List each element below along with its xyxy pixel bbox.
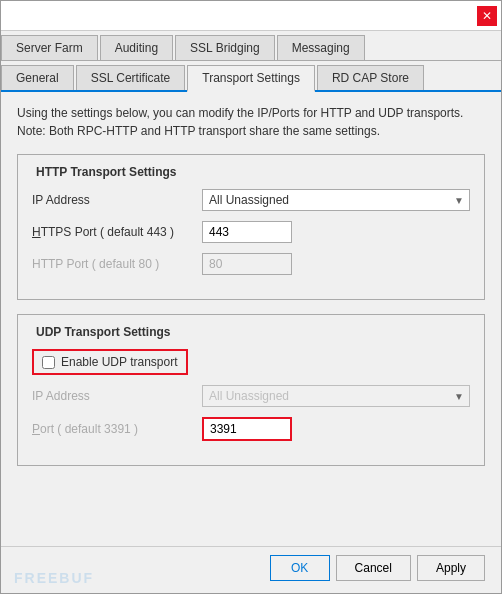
udp-ip-control: All Unassigned ▼: [202, 385, 470, 407]
https-port-control: [202, 221, 470, 243]
content-area: Using the settings below, you can modify…: [1, 92, 501, 546]
http-ip-row: IP Address All Unassigned ▼: [32, 189, 470, 211]
description-text: Using the settings below, you can modify…: [17, 104, 485, 140]
https-port-input[interactable]: [202, 221, 292, 243]
enable-udp-checkbox[interactable]: [42, 356, 55, 369]
http-transport-group: HTTP Transport Settings IP Address All U…: [17, 154, 485, 300]
apply-button[interactable]: Apply: [417, 555, 485, 581]
http-port-row: HTTP Port ( default 80 ): [32, 253, 470, 275]
udp-ip-label: IP Address: [32, 389, 202, 403]
enable-udp-label: Enable UDP transport: [61, 355, 178, 369]
http-ip-control: All Unassigned ▼: [202, 189, 470, 211]
udp-port-input[interactable]: [202, 417, 292, 441]
udp-ip-row: IP Address All Unassigned ▼: [32, 385, 470, 407]
http-port-input[interactable]: [202, 253, 292, 275]
http-port-label: HTTP Port ( default 80 ): [32, 257, 202, 271]
http-ip-select[interactable]: All Unassigned: [202, 189, 470, 211]
http-group-title: HTTP Transport Settings: [32, 165, 180, 179]
cancel-button[interactable]: Cancel: [336, 555, 411, 581]
udp-port-label: Port ( default 3391 ): [32, 422, 202, 436]
close-button[interactable]: ✕: [477, 6, 497, 26]
tab-ssl-certificate[interactable]: SSL Certificate: [76, 65, 186, 90]
tabs-row-2: General SSL Certificate Transport Settin…: [1, 61, 501, 92]
http-ip-label: IP Address: [32, 193, 202, 207]
udp-group-title: UDP Transport Settings: [32, 325, 174, 339]
dialog: ✕ Server Farm Auditing SSL Bridging Mess…: [0, 0, 502, 594]
https-port-row: HTTPS Port ( default 443 ): [32, 221, 470, 243]
watermark: FREEBUF: [14, 570, 94, 586]
tab-transport-settings[interactable]: Transport Settings: [187, 65, 315, 92]
tab-general[interactable]: General: [1, 65, 74, 90]
udp-port-label-text: Port ( default 3391 ): [32, 422, 138, 436]
tab-server-farm[interactable]: Server Farm: [1, 35, 98, 60]
https-label-text: HTTPS Port ( default 443 ): [32, 225, 174, 239]
tab-rd-cap-store[interactable]: RD CAP Store: [317, 65, 424, 90]
title-bar: ✕: [1, 1, 501, 31]
tab-messaging[interactable]: Messaging: [277, 35, 365, 60]
enable-udp-row: Enable UDP transport: [32, 349, 188, 375]
http-port-control: [202, 253, 470, 275]
udp-port-row: Port ( default 3391 ): [32, 417, 470, 441]
tab-auditing[interactable]: Auditing: [100, 35, 173, 60]
ok-button[interactable]: OK: [270, 555, 330, 581]
udp-port-control: [202, 417, 470, 441]
udp-transport-group: UDP Transport Settings Enable UDP transp…: [17, 314, 485, 466]
tab-ssl-bridging[interactable]: SSL Bridging: [175, 35, 275, 60]
https-port-label: HTTPS Port ( default 443 ): [32, 225, 202, 239]
udp-ip-select[interactable]: All Unassigned: [202, 385, 470, 407]
tabs-row-1: Server Farm Auditing SSL Bridging Messag…: [1, 31, 501, 61]
